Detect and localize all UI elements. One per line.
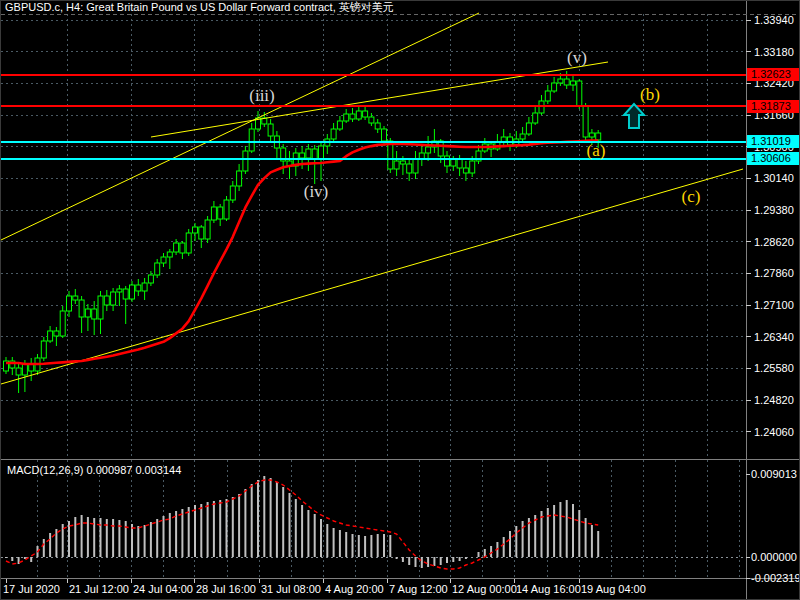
candle-body	[426, 147, 431, 153]
candle-body	[67, 296, 72, 311]
candle-body	[344, 114, 349, 121]
candle-body	[130, 285, 135, 299]
candle-body	[268, 124, 273, 136]
up-arrow-icon[interactable]	[624, 104, 644, 128]
candle-body	[520, 134, 525, 139]
candle-body	[463, 168, 468, 173]
candle-body	[117, 289, 122, 292]
candle-body	[218, 207, 223, 219]
candle-body	[331, 129, 336, 139]
candle-body	[407, 164, 412, 173]
candle-body	[312, 149, 317, 159]
candle-body	[571, 81, 576, 85]
candle-body	[369, 117, 374, 123]
candle-body	[243, 151, 248, 171]
candle-body	[337, 121, 342, 129]
candle-body	[249, 129, 254, 151]
candle-body	[41, 341, 46, 358]
chart-surface[interactable]	[1, 1, 800, 600]
candle-body	[155, 263, 160, 275]
candle-body	[470, 161, 475, 173]
candle-body	[16, 368, 21, 375]
candle-body	[356, 111, 361, 119]
candle-body	[161, 257, 166, 263]
candle-body	[174, 243, 179, 252]
price-badge-resistance-1: 1.32623	[747, 68, 800, 81]
candle-body	[211, 207, 216, 220]
candle-body	[596, 133, 601, 140]
candle-body	[237, 171, 242, 186]
candle-body	[589, 133, 594, 137]
candle-body	[457, 159, 462, 168]
chart-title: GBPUSD.c, H4: Great Britain Pound vs US …	[5, 1, 394, 13]
candle-body	[73, 296, 78, 300]
chart-title-bar: GBPUSD.c, H4: Great Britain Pound vs US …	[1, 1, 800, 14]
candle-body	[85, 309, 90, 317]
candle-body	[438, 141, 443, 156]
price-badge-resistance-2: 1.31873	[747, 100, 800, 113]
candle-body	[148, 275, 153, 283]
candle-body	[230, 186, 235, 200]
trendline-lower-channel	[1, 169, 743, 384]
candle-body	[564, 79, 569, 85]
candle-body	[545, 91, 550, 101]
candle-body	[224, 200, 229, 219]
candle-body	[92, 309, 97, 319]
candle-body	[451, 159, 456, 166]
candle-body	[98, 296, 103, 319]
candle-body	[445, 156, 450, 166]
mt4-chart-window: GBPUSD.c, H4: Great Britain Pound vs US …	[0, 0, 800, 600]
candle-body	[205, 220, 210, 239]
candle-body	[583, 106, 588, 137]
candle-body	[79, 300, 84, 317]
trendlines[interactable]	[1, 13, 743, 384]
candle-body	[382, 129, 387, 141]
trendline-upper-steep	[1, 13, 479, 240]
candle-body	[60, 311, 65, 336]
candle-body	[180, 243, 185, 253]
candle-body	[413, 159, 418, 173]
candle-body	[104, 296, 109, 305]
candle-body	[526, 123, 531, 134]
candle-body	[400, 161, 405, 164]
candle-body	[577, 81, 582, 106]
candle-body	[306, 149, 311, 158]
candle-body	[111, 292, 116, 305]
panel-borders	[1, 1, 800, 600]
candle-body	[300, 153, 305, 158]
candles	[4, 71, 601, 393]
candle-body	[350, 114, 355, 119]
candle-body	[136, 285, 141, 291]
axis-ticks	[6, 20, 751, 583]
candle-body	[558, 79, 563, 83]
candle-body	[123, 289, 128, 299]
candle-body	[319, 146, 324, 159]
price-badge-support-1: 1.31019	[747, 135, 800, 148]
candle-body	[142, 283, 147, 291]
candle-body	[167, 252, 172, 257]
candle-body	[552, 83, 557, 91]
macd-histogram	[6, 476, 598, 568]
candle-body	[533, 113, 538, 123]
candle-body	[363, 111, 368, 117]
candle-body	[375, 123, 380, 129]
candle-body	[186, 233, 191, 253]
candle-body	[394, 161, 399, 169]
price-badge-support-2: 1.30606	[747, 152, 800, 165]
candle-body	[54, 331, 59, 336]
candle-body	[193, 227, 198, 233]
ma-line	[6, 141, 598, 364]
candle-body	[22, 364, 27, 375]
candle-body	[48, 331, 53, 341]
candle-body	[199, 227, 204, 239]
